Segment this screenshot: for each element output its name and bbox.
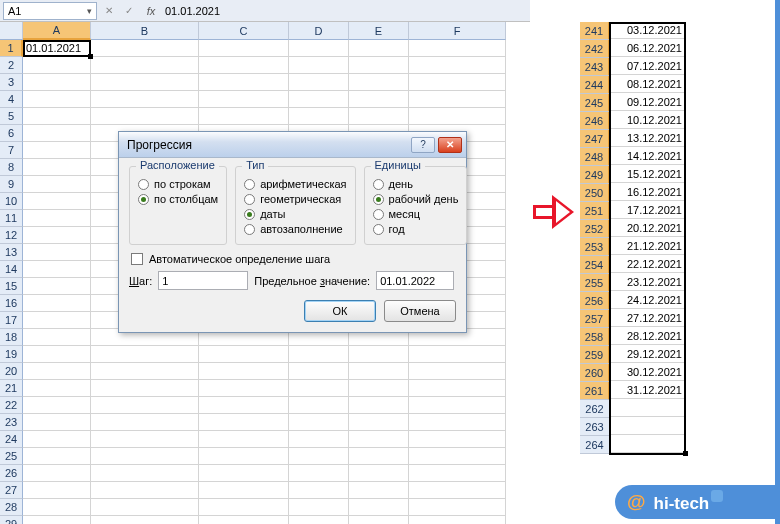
row-header[interactable]: 246: [580, 112, 610, 130]
row-header[interactable]: 254: [580, 256, 610, 274]
cell[interactable]: [349, 74, 409, 91]
row-header[interactable]: 256: [580, 292, 610, 310]
col-header-B[interactable]: B: [91, 22, 199, 40]
cell[interactable]: 24.12.2021: [610, 292, 686, 309]
cell[interactable]: [409, 57, 506, 74]
cell[interactable]: [409, 414, 506, 431]
cell[interactable]: [349, 516, 409, 524]
cell[interactable]: 29.12.2021: [610, 346, 686, 363]
cell[interactable]: 20.12.2021: [610, 220, 686, 237]
dropdown-icon[interactable]: ▾: [87, 6, 92, 16]
row-header[interactable]: 15: [0, 278, 23, 295]
radio-layout[interactable]: по столбцам: [138, 193, 218, 205]
row-header[interactable]: 249: [580, 166, 610, 184]
cell[interactable]: 21.12.2021: [610, 238, 686, 255]
cell[interactable]: [349, 482, 409, 499]
cell[interactable]: [610, 436, 686, 453]
spreadsheet-right[interactable]: 24103.12.202124206.12.202124307.12.20212…: [580, 22, 690, 454]
row-header[interactable]: 8: [0, 159, 23, 176]
cell[interactable]: [23, 312, 91, 329]
cell[interactable]: [409, 346, 506, 363]
cell[interactable]: [199, 346, 289, 363]
row-header[interactable]: 27: [0, 482, 23, 499]
radio-units[interactable]: год: [373, 223, 459, 235]
cell[interactable]: 14.12.2021: [610, 148, 686, 165]
cell[interactable]: [23, 431, 91, 448]
cell[interactable]: [199, 516, 289, 524]
cell[interactable]: [91, 380, 199, 397]
row-header[interactable]: 244: [580, 76, 610, 94]
cell[interactable]: [23, 397, 91, 414]
cell[interactable]: [289, 448, 349, 465]
cell[interactable]: 15.12.2021: [610, 166, 686, 183]
cell[interactable]: [199, 465, 289, 482]
cell[interactable]: [23, 448, 91, 465]
cell[interactable]: [91, 465, 199, 482]
cell[interactable]: [289, 91, 349, 108]
cell[interactable]: [23, 159, 91, 176]
cell[interactable]: [23, 278, 91, 295]
cell[interactable]: [23, 380, 91, 397]
row-header[interactable]: 260: [580, 364, 610, 382]
name-box[interactable]: A1 ▾: [3, 2, 97, 20]
cell[interactable]: [23, 363, 91, 380]
cell[interactable]: [349, 448, 409, 465]
cell[interactable]: [289, 431, 349, 448]
cancel-button[interactable]: Отмена: [384, 300, 456, 322]
cell[interactable]: [349, 380, 409, 397]
cell[interactable]: [409, 363, 506, 380]
cell[interactable]: 23.12.2021: [610, 274, 686, 291]
cell[interactable]: 17.12.2021: [610, 202, 686, 219]
cell[interactable]: [409, 40, 506, 57]
cell[interactable]: [409, 448, 506, 465]
cell[interactable]: 03.12.2021: [610, 22, 686, 39]
cell[interactable]: [23, 295, 91, 312]
cell[interactable]: [23, 414, 91, 431]
row-header[interactable]: 20: [0, 363, 23, 380]
cell[interactable]: [91, 499, 199, 516]
cell[interactable]: [349, 431, 409, 448]
col-header-A[interactable]: A: [23, 22, 91, 40]
cell[interactable]: [91, 363, 199, 380]
cell[interactable]: [289, 363, 349, 380]
cell[interactable]: [289, 346, 349, 363]
cell[interactable]: 30.12.2021: [610, 364, 686, 381]
radio-units[interactable]: рабочий день: [373, 193, 459, 205]
cell[interactable]: 16.12.2021: [610, 184, 686, 201]
cell[interactable]: [349, 397, 409, 414]
cell[interactable]: [91, 414, 199, 431]
row-header[interactable]: 241: [580, 22, 610, 40]
cell[interactable]: [23, 57, 91, 74]
cell[interactable]: [199, 397, 289, 414]
cell[interactable]: [23, 210, 91, 227]
cell[interactable]: [91, 346, 199, 363]
row-header[interactable]: 28: [0, 499, 23, 516]
accept-formula-icon[interactable]: ✓: [121, 3, 137, 19]
row-header[interactable]: 24: [0, 431, 23, 448]
cell[interactable]: [199, 380, 289, 397]
row-header[interactable]: 10: [0, 193, 23, 210]
cancel-formula-icon[interactable]: ✕: [101, 3, 117, 19]
row-header[interactable]: 1: [0, 40, 23, 57]
row-header[interactable]: 18: [0, 329, 23, 346]
cell[interactable]: 08.12.2021: [610, 76, 686, 93]
cell[interactable]: [23, 329, 91, 346]
cell[interactable]: [289, 57, 349, 74]
row-header[interactable]: 29: [0, 516, 23, 524]
cell[interactable]: [199, 499, 289, 516]
select-all-corner[interactable]: [0, 22, 23, 40]
cell[interactable]: [91, 57, 199, 74]
row-header[interactable]: 13: [0, 244, 23, 261]
row-header[interactable]: 6: [0, 125, 23, 142]
cell[interactable]: [349, 363, 409, 380]
cell[interactable]: [199, 40, 289, 57]
cell[interactable]: [409, 91, 506, 108]
cell[interactable]: [289, 499, 349, 516]
row-header[interactable]: 22: [0, 397, 23, 414]
cell[interactable]: [409, 397, 506, 414]
cell[interactable]: [289, 74, 349, 91]
row-header[interactable]: 253: [580, 238, 610, 256]
cell[interactable]: [23, 125, 91, 142]
cell[interactable]: [91, 482, 199, 499]
fx-icon[interactable]: fx: [143, 5, 159, 17]
